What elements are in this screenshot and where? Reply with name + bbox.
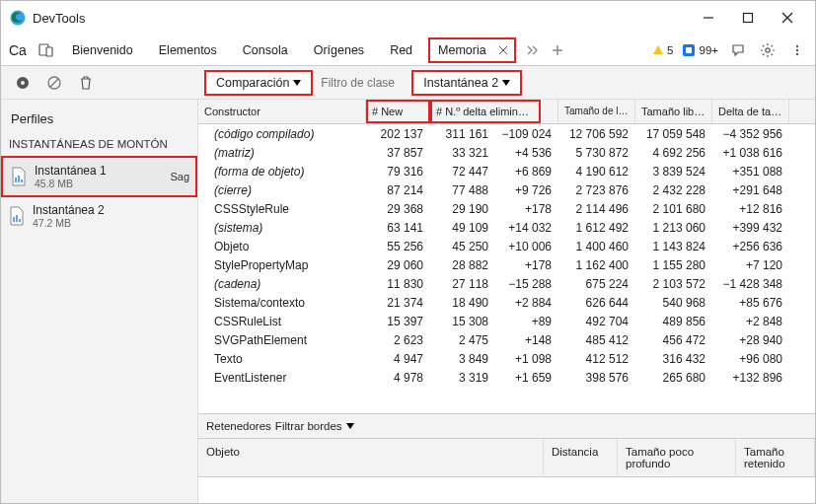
feedback-icon[interactable] xyxy=(728,40,748,60)
cell-delta: −109 024 xyxy=(495,124,558,143)
window-title: DevTools xyxy=(33,11,85,26)
close-button[interactable] xyxy=(768,3,807,33)
col-freed-size[interactable]: Tamaño liberado xyxy=(635,100,712,123)
col-size-delta[interactable]: Delta de tamaño a xyxy=(712,100,789,123)
snapshot-name: Instantánea 2 xyxy=(33,203,105,217)
issues-badge[interactable]: 99+ xyxy=(683,44,718,56)
col-delta[interactable] xyxy=(541,100,558,123)
table-row[interactable]: Objeto 55 256 45 250 +10 006 1 400 460 1… xyxy=(198,237,815,255)
more-icon[interactable] xyxy=(787,40,807,60)
comparison-grid: Constructor # New # N.º delta eliminado … xyxy=(198,100,815,503)
cell-freed: 1 213 060 xyxy=(635,218,712,237)
svg-rect-2 xyxy=(744,14,753,23)
snapshot-dropdown[interactable]: Instantánea 2 xyxy=(411,70,522,96)
cell-delta: +178 xyxy=(495,199,558,218)
cell-deleted: 33 321 xyxy=(430,143,495,162)
table-row[interactable]: EventListener 4 978 3 319 +1 659 398 576… xyxy=(198,368,815,387)
retainers-bar: Retenedores Filtrar bordes xyxy=(198,413,815,438)
cell-constructor: CSSStyleRule xyxy=(198,199,366,218)
col-new[interactable]: # New xyxy=(366,100,430,123)
rcol-object[interactable]: Objeto xyxy=(198,439,544,476)
cell-constructor: SVGPathElement xyxy=(198,330,366,349)
cell-size-delta: +96 080 xyxy=(712,349,789,368)
cell-freed: 540 968 xyxy=(635,293,712,312)
tab-consola[interactable]: Consola xyxy=(233,37,298,63)
cell-size-delta: +7 120 xyxy=(712,255,789,274)
add-tab-icon[interactable] xyxy=(548,40,567,60)
more-tabs-icon[interactable] xyxy=(522,40,542,60)
grid-body[interactable]: (código compilado) 202 137 311 161 −109 … xyxy=(198,124,815,413)
cell-new: 55 256 xyxy=(366,237,430,255)
snapshot-dropdown-label: Instantánea 2 xyxy=(423,76,498,90)
snapshot-item[interactable]: Instantánea 1 45.8 MB Sag xyxy=(1,156,197,197)
cell-new: 63 141 xyxy=(366,218,430,237)
cell-delta: +6 869 xyxy=(495,162,558,180)
cell-constructor: Texto xyxy=(198,349,366,368)
view-dropdown[interactable]: Comparación xyxy=(204,70,313,96)
snapshot-item[interactable]: Instantánea 2 47.2 MB xyxy=(1,197,197,235)
col-deleted[interactable]: # N.º delta eliminado xyxy=(430,100,541,123)
tab-bienvenido[interactable]: Bienvenido xyxy=(62,37,143,63)
table-row[interactable]: (sistema) 63 141 49 109 +14 032 1 612 49… xyxy=(198,218,815,237)
cell-deleted: 15 308 xyxy=(430,312,495,330)
table-row[interactable]: Sistema/contexto 21 374 18 490 +2 884 62… xyxy=(198,293,815,312)
record-button[interactable] xyxy=(13,73,33,93)
cell-constructor: (cadena) xyxy=(198,274,366,293)
cell-alloc: 1 400 460 xyxy=(558,237,635,255)
info-icon xyxy=(683,44,695,56)
table-row[interactable]: CSSRuleList 15 397 15 308 +89 492 704 48… xyxy=(198,312,815,330)
cell-freed: 4 692 256 xyxy=(635,143,712,162)
col-alloc-size[interactable]: Tamaño de la asignación xyxy=(558,100,635,123)
inspect-glyph[interactable]: Ca xyxy=(5,42,31,58)
table-row[interactable]: (cierre) 87 214 77 488 +9 726 2 723 876 … xyxy=(198,180,815,199)
tab-elementos[interactable]: Elementos xyxy=(149,37,227,63)
table-row[interactable]: StylePropertyMap 29 060 28 882 +178 1 16… xyxy=(198,255,815,274)
warnings-badge[interactable]: 5 xyxy=(653,44,673,56)
svg-point-13 xyxy=(796,48,798,50)
maximize-button[interactable] xyxy=(728,3,768,33)
cell-deleted: 3 319 xyxy=(430,368,495,387)
snapshot-save[interactable]: Sag xyxy=(170,171,189,182)
close-tab-icon[interactable] xyxy=(498,45,508,55)
rcol-retained[interactable]: Tamaño retenido xyxy=(736,439,815,476)
settings-icon[interactable] xyxy=(758,40,778,60)
cell-delta: +2 884 xyxy=(495,293,558,312)
retainers-label: Retenedores xyxy=(206,420,271,432)
minimize-button[interactable] xyxy=(689,3,728,33)
svg-rect-20 xyxy=(13,217,15,222)
retainers-grid-body[interactable] xyxy=(198,477,815,503)
clear-button[interactable] xyxy=(44,73,64,93)
class-filter-input[interactable] xyxy=(313,71,411,95)
snapshot-icon xyxy=(11,167,27,186)
filter-edges-dropdown[interactable]: Filtrar bordes xyxy=(275,420,342,432)
table-row[interactable]: SVGPathElement 2 623 2 475 +148 485 412 … xyxy=(198,330,815,349)
cell-freed: 456 472 xyxy=(635,330,712,349)
tab-memoria[interactable]: Memoria xyxy=(428,37,516,63)
cell-size-delta: +399 432 xyxy=(712,218,789,237)
device-toolbar-icon[interactable] xyxy=(37,40,56,60)
cell-alloc: 4 190 612 xyxy=(558,162,635,180)
rcol-distance[interactable]: Distancia xyxy=(544,439,618,476)
filter-edges-label: Filtrar bordes xyxy=(275,420,342,432)
table-row[interactable]: (cadena) 11 830 27 118 −15 288 675 224 2… xyxy=(198,274,815,293)
cell-new: 87 214 xyxy=(366,180,430,199)
table-row[interactable]: (código compilado) 202 137 311 161 −109 … xyxy=(198,124,815,143)
window-titlebar: DevTools xyxy=(1,1,815,35)
table-row[interactable]: (matriz) 37 857 33 321 +4 536 5 730 872 … xyxy=(198,143,815,162)
table-row[interactable]: (forma de objeto) 79 316 72 447 +6 869 4… xyxy=(198,162,815,180)
table-row[interactable]: CSSStyleRule 29 368 29 190 +178 2 114 49… xyxy=(198,199,815,218)
cell-alloc: 1 162 400 xyxy=(558,255,635,274)
cell-new: 11 830 xyxy=(366,274,430,293)
cell-constructor: StylePropertyMap xyxy=(198,255,366,274)
table-row[interactable]: Texto 4 947 3 849 +1 098 412 512 316 432… xyxy=(198,349,815,368)
cell-alloc: 2 114 496 xyxy=(558,199,635,218)
col-constructor[interactable]: Constructor xyxy=(198,100,366,123)
trash-button[interactable] xyxy=(76,73,96,93)
cell-freed: 3 839 524 xyxy=(635,162,712,180)
tab-red[interactable]: Red xyxy=(380,37,422,63)
cell-freed: 2 103 572 xyxy=(635,274,712,293)
rcol-shallow[interactable]: Tamaño poco profundo xyxy=(618,439,736,476)
cell-deleted: 45 250 xyxy=(430,237,495,255)
tab-origenes[interactable]: Orígenes xyxy=(304,37,374,63)
cell-freed: 265 680 xyxy=(635,368,712,387)
